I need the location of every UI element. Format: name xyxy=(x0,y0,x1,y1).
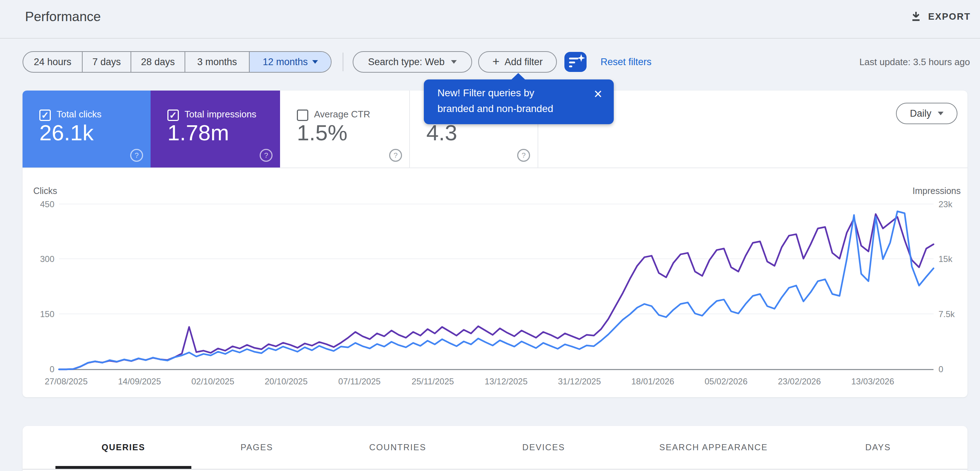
card-divider xyxy=(409,91,410,168)
x-axis-label: 25/11/2025 xyxy=(397,377,469,386)
metric-value: 26.1k xyxy=(39,120,94,145)
checkbox-unchecked-icon[interactable] xyxy=(297,110,308,121)
search-type-label: Search type: Web xyxy=(368,57,445,68)
close-icon[interactable]: × xyxy=(590,86,606,102)
help-icon[interactable]: ? xyxy=(517,149,530,162)
export-button[interactable]: EXPORT xyxy=(910,8,971,25)
add-filter-label: Add filter xyxy=(505,57,543,68)
page-title: Performance xyxy=(25,9,101,24)
date-range-3-months[interactable]: 3 months xyxy=(185,52,250,72)
total-impressions-card[interactable]: ✓ Total impressions 1.78m ? xyxy=(151,91,280,168)
x-axis-label: 27/08/2025 xyxy=(30,377,102,386)
right-axis-tick: 7.5k xyxy=(939,309,955,319)
dimension-tabs-panel: QUERIES PAGES COUNTRIES DEVICES SEARCH A… xyxy=(22,426,967,471)
checkbox-checked-icon[interactable]: ✓ xyxy=(167,110,179,121)
date-range-28-days[interactable]: 28 days xyxy=(131,52,185,72)
x-axis-label: 07/11/2025 xyxy=(324,377,395,386)
plus-icon: + xyxy=(493,54,500,69)
filter-divider xyxy=(343,53,344,71)
tooltip-text-line2: branded and non-branded xyxy=(438,103,553,115)
tab-queries[interactable]: QUERIES xyxy=(56,426,191,469)
date-range-12-months[interactable]: 12 months xyxy=(250,52,331,72)
download-icon xyxy=(910,10,923,23)
tab-label: PAGES xyxy=(241,442,273,452)
tab-search-appearance[interactable]: SEARCH APPEARANCE xyxy=(646,426,781,469)
x-axis-label: 14/09/2025 xyxy=(104,377,175,386)
chevron-down-icon xyxy=(938,112,943,115)
tooltip-text-line1: New! Filter queries by xyxy=(438,87,535,99)
right-axis-tick: 23k xyxy=(939,200,953,209)
metric-value: 1.5% xyxy=(297,120,347,145)
x-axis-label: 13/12/2025 xyxy=(470,377,542,386)
branded-filter-button[interactable] xyxy=(565,52,587,72)
x-axis-label: 13/03/2026 xyxy=(837,377,908,386)
date-range-7-days[interactable]: 7 days xyxy=(83,52,131,72)
tab-countries[interactable]: COUNTRIES xyxy=(330,426,466,469)
x-axis-label: 23/02/2026 xyxy=(764,377,835,386)
date-range-label: 7 days xyxy=(92,57,121,68)
tab-pages[interactable]: PAGES xyxy=(189,426,325,469)
active-tab-underline xyxy=(56,466,191,469)
filter-bar xyxy=(569,65,572,67)
reset-filters-link[interactable]: Reset filters xyxy=(601,57,652,68)
last-update-text: Last update: 3.5 hours ago xyxy=(859,57,970,68)
help-icon[interactable]: ? xyxy=(260,149,272,162)
granularity-dropdown[interactable]: Daily xyxy=(896,103,958,124)
x-axis-label: 20/10/2025 xyxy=(250,377,322,386)
date-range-label: 3 months xyxy=(197,57,237,68)
x-axis-label: 05/02/2026 xyxy=(690,377,762,386)
series-clicks xyxy=(59,212,934,370)
tab-devices[interactable]: DEVICES xyxy=(476,426,612,469)
x-axis-label: 18/01/2026 xyxy=(617,377,689,386)
metric-label: Average CTR xyxy=(314,109,370,120)
right-axis-tick: 0 xyxy=(939,364,943,374)
left-axis-tick: 0 xyxy=(19,364,54,374)
help-icon[interactable]: ? xyxy=(389,149,402,162)
tab-label: DAYS xyxy=(865,442,891,452)
export-label: EXPORT xyxy=(928,11,971,22)
cards-divider xyxy=(22,168,967,168)
search-type-dropdown[interactable]: Search type: Web xyxy=(353,51,472,73)
date-range-label: 24 hours xyxy=(33,57,71,68)
left-axis-title: Clicks xyxy=(33,186,57,196)
average-ctr-card[interactable]: Average CTR 1.5% ? xyxy=(280,91,409,168)
date-range-group: 24 hours 7 days 28 days 3 months 12 mont… xyxy=(22,51,332,73)
header-divider xyxy=(0,38,980,39)
date-range-label: 12 months xyxy=(262,57,308,68)
total-clicks-card[interactable]: ✓ Total clicks 26.1k ? xyxy=(22,91,151,168)
date-range-24-hours[interactable]: 24 hours xyxy=(23,52,83,72)
tab-label: QUERIES xyxy=(102,442,145,452)
add-filter-button[interactable]: + Add filter xyxy=(478,51,557,73)
tab-label: COUNTRIES xyxy=(369,442,426,452)
metric-label: Total impressions xyxy=(185,109,256,120)
tabs-divider xyxy=(22,469,967,469)
left-axis-tick: 300 xyxy=(19,254,54,264)
tab-label: DEVICES xyxy=(522,442,565,452)
chevron-down-icon xyxy=(451,60,457,64)
chevron-down-icon xyxy=(312,60,318,64)
checkbox-checked-icon[interactable]: ✓ xyxy=(39,110,51,121)
tab-label: SEARCH APPEARANCE xyxy=(659,442,768,452)
help-icon[interactable]: ? xyxy=(130,149,143,162)
left-axis-tick: 450 xyxy=(19,200,54,209)
filter-bar xyxy=(569,62,575,63)
right-axis-title: Impressions xyxy=(878,186,961,196)
left-axis-tick: 150 xyxy=(19,309,54,319)
chart-svg[interactable] xyxy=(59,204,934,369)
tooltip-arrow xyxy=(511,73,525,80)
right-axis-tick: 15k xyxy=(939,254,953,264)
series-impressions xyxy=(59,214,934,369)
x-axis-label: 02/10/2025 xyxy=(177,377,248,386)
promo-tooltip: New! Filter queries by branded and non-b… xyxy=(424,80,614,124)
date-range-label: 28 days xyxy=(141,57,175,68)
metric-value: 1.78m xyxy=(167,120,229,145)
performance-page: Performance EXPORT 24 hours 7 days 28 da… xyxy=(0,0,980,471)
x-axis-label: 31/12/2025 xyxy=(544,377,615,386)
tab-days[interactable]: DAYS xyxy=(810,426,946,469)
sparkle-icon xyxy=(577,54,585,63)
metric-label: Total clicks xyxy=(57,109,102,120)
granularity-label: Daily xyxy=(910,108,931,119)
